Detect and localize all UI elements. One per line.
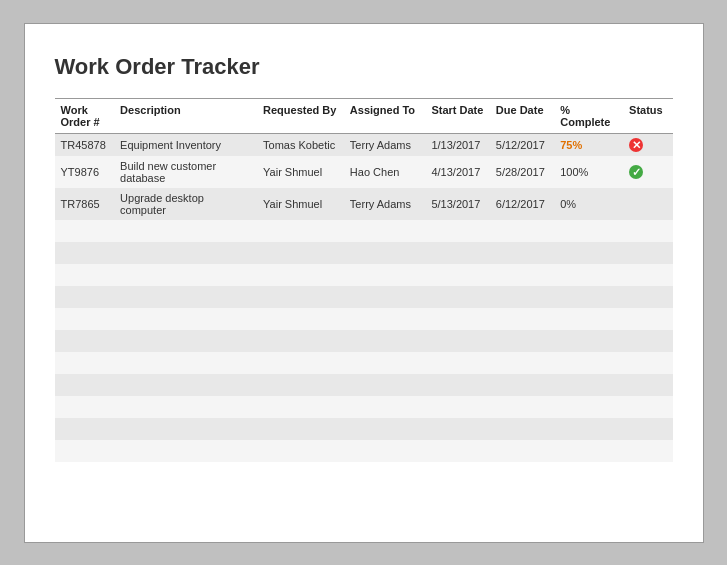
empty-cell <box>344 242 426 264</box>
empty-row <box>55 440 673 462</box>
empty-cell <box>344 374 426 396</box>
empty-row <box>55 286 673 308</box>
empty-cell <box>55 352 115 374</box>
empty-cell <box>554 286 623 308</box>
cell-workorder: TR7865 <box>55 188 115 220</box>
status-error-icon: ✕ <box>629 138 643 152</box>
empty-row <box>55 396 673 418</box>
cell-startdate: 5/13/2017 <box>425 188 489 220</box>
empty-cell <box>55 440 115 462</box>
status-ok-icon: ✓ <box>629 165 643 179</box>
empty-cell <box>257 396 344 418</box>
empty-cell <box>490 418 554 440</box>
empty-cell <box>554 352 623 374</box>
table-header-row: WorkOrder # Description Requested By Ass… <box>55 98 673 133</box>
empty-cell <box>55 242 115 264</box>
empty-cell <box>554 396 623 418</box>
empty-row <box>55 418 673 440</box>
empty-row <box>55 242 673 264</box>
empty-cell <box>554 330 623 352</box>
empty-cell <box>623 396 672 418</box>
empty-cell <box>490 352 554 374</box>
empty-cell <box>55 264 115 286</box>
empty-cell <box>490 440 554 462</box>
work-order-tracker-window: Work Order Tracker WorkOrder # Descripti… <box>24 23 704 543</box>
cell-description: Upgrade desktop computer <box>114 188 257 220</box>
empty-cell <box>55 396 115 418</box>
table-row: YT9876 Build new customer database Yair … <box>55 156 673 188</box>
empty-row <box>55 374 673 396</box>
cell-duedate: 6/12/2017 <box>490 188 554 220</box>
cell-complete: 75% <box>554 133 623 156</box>
empty-cell <box>490 220 554 242</box>
empty-row <box>55 308 673 330</box>
cell-complete: 0% <box>554 188 623 220</box>
empty-row <box>55 264 673 286</box>
empty-cell <box>554 264 623 286</box>
empty-cell <box>554 308 623 330</box>
empty-cell <box>623 242 672 264</box>
empty-cell <box>55 418 115 440</box>
empty-cell <box>623 264 672 286</box>
empty-cell <box>114 374 257 396</box>
cell-startdate: 1/13/2017 <box>425 133 489 156</box>
empty-cell <box>257 440 344 462</box>
cell-complete: 100% <box>554 156 623 188</box>
empty-cell <box>623 374 672 396</box>
empty-cell <box>257 308 344 330</box>
cell-requestedby: Yair Shmuel <box>257 188 344 220</box>
empty-cell <box>344 396 426 418</box>
empty-cell <box>425 242 489 264</box>
empty-cell <box>257 352 344 374</box>
empty-cell <box>490 286 554 308</box>
empty-cell <box>257 286 344 308</box>
empty-cell <box>114 330 257 352</box>
empty-cell <box>55 308 115 330</box>
cell-duedate: 5/28/2017 <box>490 156 554 188</box>
empty-cell <box>55 374 115 396</box>
empty-cell <box>344 220 426 242</box>
empty-cell <box>425 286 489 308</box>
empty-row <box>55 330 673 352</box>
cell-status: ✓ <box>623 156 672 188</box>
cell-assignedto: Terry Adams <box>344 133 426 156</box>
cell-workorder: TR45878 <box>55 133 115 156</box>
page-title: Work Order Tracker <box>55 54 673 80</box>
empty-cell <box>554 220 623 242</box>
cell-status <box>623 188 672 220</box>
empty-cell <box>257 374 344 396</box>
empty-cell <box>344 440 426 462</box>
empty-cell <box>114 220 257 242</box>
empty-cell <box>114 440 257 462</box>
empty-cell <box>554 440 623 462</box>
empty-cell <box>114 242 257 264</box>
cell-requestedby: Tomas Kobetic <box>257 133 344 156</box>
empty-cell <box>425 374 489 396</box>
empty-cell <box>344 352 426 374</box>
col-header-requestedby: Requested By <box>257 98 344 133</box>
work-order-table: WorkOrder # Description Requested By Ass… <box>55 98 673 462</box>
empty-cell <box>257 264 344 286</box>
empty-cell <box>623 308 672 330</box>
cell-assignedto: Terry Adams <box>344 188 426 220</box>
empty-cell <box>490 330 554 352</box>
empty-row <box>55 352 673 374</box>
empty-cell <box>114 352 257 374</box>
empty-cell <box>490 396 554 418</box>
empty-cell <box>554 374 623 396</box>
empty-cell <box>425 220 489 242</box>
col-header-startdate: Start Date <box>425 98 489 133</box>
empty-cell <box>623 220 672 242</box>
empty-cell <box>344 286 426 308</box>
empty-cell <box>554 242 623 264</box>
col-header-workorder: WorkOrder # <box>55 98 115 133</box>
empty-cell <box>114 418 257 440</box>
table-row: TR45878 Equipment Inventory Tomas Kobeti… <box>55 133 673 156</box>
cell-description: Build new customer database <box>114 156 257 188</box>
col-header-duedate: Due Date <box>490 98 554 133</box>
empty-cell <box>257 330 344 352</box>
empty-cell <box>425 352 489 374</box>
cell-description: Equipment Inventory <box>114 133 257 156</box>
empty-cell <box>554 418 623 440</box>
cell-assignedto: Hao Chen <box>344 156 426 188</box>
